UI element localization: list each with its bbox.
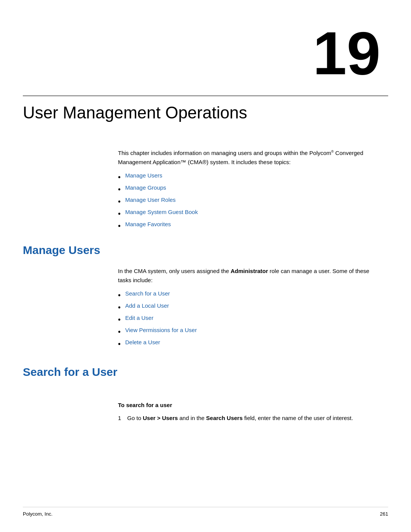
search-for-user-link[interactable]: Search for a User [125, 290, 170, 297]
footer-company: Polycom, Inc. [23, 511, 53, 517]
delete-user-link[interactable]: Delete a User [125, 339, 160, 345]
manage-system-guest-book-link[interactable]: Manage System Guest Book [125, 209, 198, 215]
footer-page-number: 261 [380, 511, 388, 517]
intro-text-part1: This chapter includes information on man… [118, 150, 363, 165]
step-text: Go to User > Users and in the Search Use… [127, 414, 381, 423]
search-for-user-heading: Search for a User [23, 366, 388, 379]
bullet-icon: • [118, 327, 121, 337]
list-item: • View Permissions for a User [118, 327, 381, 337]
step-bold2: Search Users [206, 415, 243, 421]
page-container: 19 User Management Operations This chapt… [0, 0, 411, 532]
step-bold1: User > Users [143, 415, 178, 421]
step-text-mid: and in the [178, 415, 206, 421]
list-item: • Search for a User [118, 290, 381, 300]
list-item: • Manage User Roles [118, 197, 381, 206]
bullet-icon: • [118, 302, 121, 312]
bullet-icon: • [118, 172, 121, 182]
manage-users-list: • Search for a User • Add a Local User •… [118, 290, 381, 349]
search-for-user-section-heading: Search for a User [23, 366, 388, 379]
manage-users-text-pre: In the CMA system, only users assigned t… [118, 268, 231, 274]
chapter-number: 19 [313, 23, 381, 84]
step-text-pre: Go to [127, 415, 143, 421]
bullet-icon: • [118, 315, 121, 324]
intro-section: This chapter includes information on man… [118, 149, 381, 233]
list-item: • Manage Users [118, 172, 381, 182]
chapter-rule [23, 95, 388, 96]
procedure-heading: To search for a user [118, 402, 381, 408]
manage-users-section-heading: Manage Users [23, 244, 388, 257]
page-footer: Polycom, Inc. 261 [23, 507, 388, 517]
bullet-icon: • [118, 209, 121, 219]
manage-favorites-link[interactable]: Manage Favorites [125, 221, 171, 227]
manage-users-link[interactable]: Manage Users [125, 172, 162, 179]
intro-paragraph: This chapter includes information on man… [118, 149, 381, 167]
bullet-icon: • [118, 221, 121, 231]
list-item: • Manage Favorites [118, 221, 381, 231]
bullet-icon: • [118, 197, 121, 206]
intro-list: • Manage Users • Manage Groups • Manage … [118, 172, 381, 231]
step-number: 1 [118, 414, 121, 423]
list-item: • Manage Groups [118, 184, 381, 194]
procedure-step-1: 1 Go to User > Users and in the Search U… [118, 414, 381, 423]
bullet-icon: • [118, 184, 121, 194]
list-item: • Add a Local User [118, 302, 381, 312]
manage-users-bold: Administrator [231, 268, 268, 274]
manage-user-roles-link[interactable]: Manage User Roles [125, 197, 176, 203]
view-permissions-link[interactable]: View Permissions for a User [125, 327, 197, 333]
list-item: • Manage System Guest Book [118, 209, 381, 219]
search-procedure: To search for a user 1 Go to User > User… [118, 402, 381, 423]
step-text-post: field, enter the name of the user of int… [243, 415, 353, 421]
manage-users-heading: Manage Users [23, 244, 388, 257]
manage-users-paragraph: In the CMA system, only users assigned t… [118, 267, 381, 285]
edit-user-link[interactable]: Edit a User [125, 315, 153, 321]
bullet-icon: • [118, 339, 121, 349]
manage-users-body: In the CMA system, only users assigned t… [118, 267, 381, 351]
add-local-user-link[interactable]: Add a Local User [125, 302, 169, 309]
bullet-icon: • [118, 290, 121, 300]
list-item: • Edit a User [118, 315, 381, 324]
chapter-title: User Management Operations [23, 103, 388, 123]
manage-groups-link[interactable]: Manage Groups [125, 184, 166, 191]
list-item: • Delete a User [118, 339, 381, 349]
